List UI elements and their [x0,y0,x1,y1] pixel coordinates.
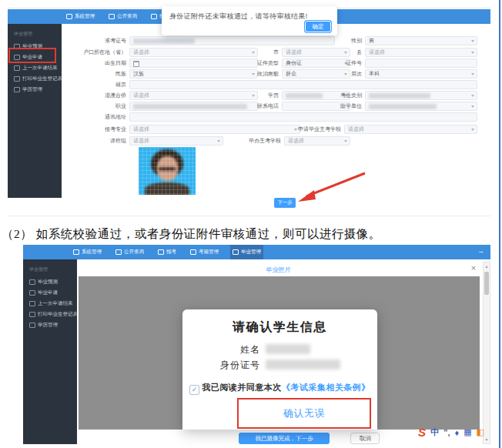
sidebar-item-print-graduate-registration[interactable]: 打印毕业生登记表 [8,74,62,84]
redacted-value [369,93,430,99]
name-label: 姓名 [182,343,260,356]
scrollbar[interactable]: ▲ ▼ [483,262,490,444]
menu-icon [190,249,196,255]
menu-icon [14,65,20,71]
agreement-checkbox[interactable]: ✓ [189,385,199,395]
select-applied-major[interactable]: 请选择 [129,125,300,134]
alert-message: 身份证附件还未审核通过，请等待审核结果! [162,6,337,22]
select-candidate-type[interactable] [365,91,477,100]
field-label-exam-number: 准考证号 [62,36,126,45]
input-mailing-address[interactable] [129,112,477,122]
tutorial-page: 系统管理公开查询报考考籍管理 毕业管理毕业预测毕业申请上一次申请结果打印毕业生登… [0,0,502,448]
sidebar-item-graduation-application[interactable]: 毕业申请 [23,288,77,298]
select-apply-chief-school[interactable]: 请选择 [344,125,477,134]
capture-done-next-button[interactable]: 我已摄像完成，下一步 [239,433,330,444]
menu-icon [115,249,122,255]
select-county[interactable]: 请选择 [365,48,477,57]
cancel-button[interactable]: 取消 [350,433,380,444]
sidebar-item-graduation-forecast[interactable]: 毕业预测 [23,277,77,287]
menu-icon [158,249,164,255]
sidebar-item-last-application-result[interactable]: 上一次申请结果 [23,299,77,309]
field-label-id-type: 证件类型 [214,59,279,68]
menu-icon [29,323,35,328]
field-label-study-organization: 助学单位 [297,102,362,111]
ime-icon-0[interactable]: S [418,426,426,439]
sidebar-item-print-graduate-registration[interactable]: 打印毕业生登记表 [23,309,77,319]
ime-icon-3[interactable]: ♦ [455,428,460,437]
field-label-candidate-type: 考生类别 [297,91,362,100]
alert-dialog: 身份证附件还未审核通过，请等待审核结果! 确定 [162,6,337,35]
caret-down-icon [471,95,474,97]
scroll-thumb[interactable] [484,272,489,295]
sidebar-item-degree-management[interactable]: 学历管理 [8,85,62,95]
ime-icon-1[interactable]: 中 [430,426,439,438]
redacted-value [369,104,437,109]
select-grad-chief-school[interactable]: 请选择 [284,136,350,145]
select-level[interactable]: 本科 [365,69,477,79]
sidebar-item-degree-management[interactable]: 学历管理 [23,320,77,330]
ime-icon-4[interactable]: ▦ [464,427,471,437]
menu-icon [14,87,20,92]
field-label-apply-chief-school: 申请毕业主考学校 [276,125,341,134]
caret-down-icon [471,73,474,75]
ime-icon-2[interactable]: ”, [443,428,450,437]
field-label-id-number: 证件号 [297,59,362,68]
select-study-organization[interactable] [365,102,477,111]
field-label-applied-major: 报考专业 [62,125,126,134]
input-native-place[interactable] [129,80,477,89]
redacted-value [133,38,195,44]
caret-down-icon [471,105,474,108]
caret-down-icon [471,129,474,131]
field-label-native-place: 籍贯 [62,80,126,89]
field-label-hk-mo-tw: 港澳台侨 [62,91,126,100]
close-icon[interactable]: × [468,263,479,272]
menu-icon [14,76,20,82]
redacted-name-value [266,344,310,354]
nav-item-record-management[interactable]: 考籍管理 [188,245,221,259]
menu-icon [66,14,72,19]
agreement-link[interactable]: 《考试采集相关条例》 [282,383,370,392]
field-label-level: 层次 [297,69,362,79]
photo-mosaic-overlay [139,147,196,195]
student-photo [139,147,196,195]
nav-item-system-management[interactable]: 系统管理 [64,9,97,24]
annotation-red-box [8,48,56,63]
confirm-correct-button[interactable]: 确认无误 [239,400,370,427]
navbar-expand-icon[interactable]: → [477,247,484,255]
scroll-up-icon[interactable]: ▲ [484,264,490,269]
annotation-arrow [291,168,368,206]
menu-icon [29,301,35,306]
caption-text: （2） 如系统校验通过，或者身份证附件审核通过，则可以进行摄像。 [2,226,498,242]
field-label-gender: 性别 [297,36,362,45]
sidebar-section-title: 毕业管理 [29,266,77,273]
menu-icon [233,249,239,255]
text-cursor-line [499,0,500,448]
field-label-ethnicity: 民族 [62,69,126,79]
nav-item-public-query[interactable]: 公开查询 [113,245,146,259]
menu-icon [151,14,157,19]
ime-toolbar: S中”,♦▦◧ [418,426,497,439]
menu-icon [29,279,35,285]
nav-item-registration[interactable]: 报考 [156,245,179,259]
nav-item-graduation-management[interactable]: 毕业管理 [230,245,263,259]
input-id-number[interactable] [365,59,477,68]
dialog-title: 请确认学生信息 [182,309,377,336]
ime-icon-5[interactable]: ◧ [477,427,484,437]
field-label-political-status: 政治面貌 [214,69,279,79]
alert-confirm-button[interactable]: 确定 [305,21,331,32]
field-label-grad-chief-school: 毕办主考学校 [216,136,281,145]
select-gender[interactable]: 男 [365,36,477,45]
field-label-phone: 联系电话 [214,102,279,111]
sidebar-item-last-application-result[interactable]: 上一次申请结果 [8,63,62,73]
bottom-sidebar: 毕业管理毕业预测毕业申请上一次申请结果打印毕业生登记表学历管理 [23,259,77,444]
nav-item-public-query[interactable]: 公开查询 [106,9,139,24]
annotation-red-box-confirm: 确认无误 [237,398,371,429]
select-course-group[interactable]: 请选择 [129,136,223,145]
id-row: 身份证号 [182,359,377,372]
nav-item-system-management[interactable]: 系统管理 [71,245,104,259]
name-row: 姓名 [182,343,377,356]
menu-icon [109,14,115,19]
caret-down-icon [471,40,474,42]
id-label: 身份证号 [182,359,260,372]
field-label-city: 市 [214,48,279,57]
